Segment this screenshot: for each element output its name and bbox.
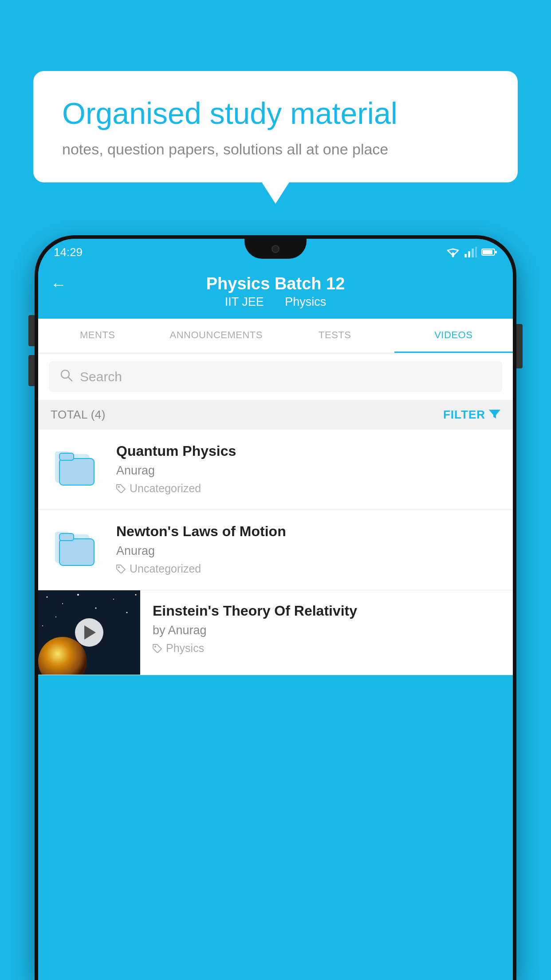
video-author-1: Anurag xyxy=(116,464,500,478)
svg-rect-21 xyxy=(59,533,74,541)
filter-icon xyxy=(489,408,500,422)
svg-point-26 xyxy=(77,594,79,596)
header-title: Physics Batch 12 xyxy=(206,274,345,293)
svg-rect-15 xyxy=(59,458,94,485)
speech-bubble: Organised study material notes, question… xyxy=(33,71,518,182)
video-author-2: Anurag xyxy=(116,544,500,558)
svg-point-22 xyxy=(118,566,120,568)
power-button xyxy=(516,324,523,368)
status-icons xyxy=(446,247,497,257)
phone-notch xyxy=(244,239,307,259)
signal-icon xyxy=(464,247,477,257)
filter-button[interactable]: FILTER xyxy=(443,408,500,422)
svg-rect-5 xyxy=(472,249,474,257)
folder-icon-1 xyxy=(55,449,99,491)
einstein-category: Physics xyxy=(166,642,204,655)
svg-point-28 xyxy=(113,599,114,600)
einstein-thumbnail xyxy=(38,590,140,675)
phone-frame: 14:29 xyxy=(35,235,516,980)
svg-rect-9 xyxy=(495,251,497,253)
camera xyxy=(272,245,279,253)
video-category-1: Uncategorized xyxy=(130,482,201,495)
svg-rect-6 xyxy=(475,247,477,257)
volume-button-2 xyxy=(28,355,35,386)
einstein-info: Einstein's Theory Of Relativity by Anura… xyxy=(140,590,513,667)
bubble-subtitle: notes, question papers, solutions all at… xyxy=(62,141,489,158)
svg-rect-4 xyxy=(468,251,470,257)
list-item[interactable]: Newton's Laws of Motion Anurag Uncategor… xyxy=(38,510,513,590)
filter-label: FILTER xyxy=(443,408,485,422)
phone-screen: 14:29 xyxy=(38,239,513,980)
status-time: 14:29 xyxy=(54,245,83,259)
volume-button xyxy=(28,315,35,346)
search-input[interactable]: Search xyxy=(80,369,122,384)
folder-thumb-2 xyxy=(51,523,104,577)
bubble-title: Organised study material xyxy=(62,95,489,132)
header-subtitle: IIT JEE Physics xyxy=(220,295,331,309)
list-item[interactable]: Einstein's Theory Of Relativity by Anura… xyxy=(38,590,513,675)
svg-point-27 xyxy=(95,608,97,609)
svg-point-17 xyxy=(118,486,120,488)
header-subtitle-iit: IIT JEE xyxy=(225,295,264,308)
tab-videos[interactable]: VIDEOS xyxy=(394,319,513,353)
search-bar[interactable]: Search xyxy=(49,361,502,392)
svg-point-30 xyxy=(55,616,56,617)
play-button[interactable] xyxy=(75,618,103,647)
svg-marker-12 xyxy=(489,410,500,419)
svg-line-11 xyxy=(68,377,72,381)
video-title-1: Quantum Physics xyxy=(116,443,500,459)
video-info-2: Newton's Laws of Motion Anurag Uncategor… xyxy=(116,523,500,575)
video-category-2: Uncategorized xyxy=(130,562,201,575)
video-title-2: Newton's Laws of Motion xyxy=(116,523,500,540)
svg-point-34 xyxy=(154,646,156,648)
folder-thumb-1 xyxy=(51,443,104,496)
einstein-tag: Physics xyxy=(153,642,500,655)
app-background: Organised study material notes, question… xyxy=(0,0,551,980)
play-triangle xyxy=(84,625,96,640)
back-button[interactable]: ← xyxy=(51,275,67,294)
einstein-title: Einstein's Theory Of Relativity xyxy=(153,603,500,619)
einstein-author: by Anurag xyxy=(153,624,500,637)
tag-icon xyxy=(116,484,126,493)
tag-icon-2 xyxy=(116,565,126,573)
tab-announcements[interactable]: ANNOUNCEMENTS xyxy=(157,319,276,353)
svg-point-25 xyxy=(62,603,63,604)
folder-icon-2 xyxy=(55,529,99,571)
total-count: TOTAL (4) xyxy=(51,408,106,422)
svg-rect-16 xyxy=(59,453,74,460)
header-subtitle-physics: Physics xyxy=(285,295,326,308)
svg-rect-3 xyxy=(464,254,467,257)
search-container: Search xyxy=(38,353,513,400)
svg-rect-20 xyxy=(59,539,94,565)
video-tag-1: Uncategorized xyxy=(116,482,500,495)
svg-point-29 xyxy=(126,612,128,613)
svg-point-31 xyxy=(42,625,43,626)
list-item[interactable]: Quantum Physics Anurag Uncategorized xyxy=(38,430,513,510)
tabs-bar: MENTS ANNOUNCEMENTS TESTS VIDEOS xyxy=(38,319,513,353)
svg-point-32 xyxy=(135,594,137,596)
video-info-1: Quantum Physics Anurag Uncategorized xyxy=(116,443,500,495)
video-tag-2: Uncategorized xyxy=(116,562,500,575)
search-icon xyxy=(59,368,73,385)
filter-bar: TOTAL (4) FILTER xyxy=(38,400,513,430)
tab-tests[interactable]: TESTS xyxy=(276,319,394,353)
svg-point-2 xyxy=(452,255,454,257)
svg-point-24 xyxy=(47,597,48,598)
battery-icon xyxy=(481,248,497,257)
tab-ments[interactable]: MENTS xyxy=(38,319,157,353)
tag-icon-3 xyxy=(153,644,162,653)
video-list: Quantum Physics Anurag Uncategorized xyxy=(38,430,513,675)
app-header: ← Physics Batch 12 IIT JEE Physics xyxy=(38,265,513,319)
wifi-icon xyxy=(446,247,460,257)
svg-rect-8 xyxy=(483,250,492,254)
